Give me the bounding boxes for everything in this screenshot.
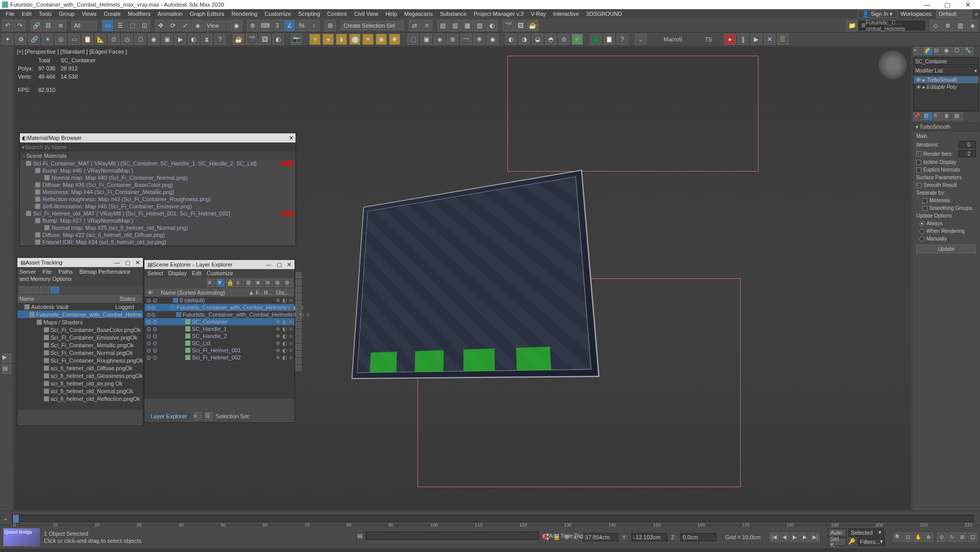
timeline-track[interactable]: 0102030405060708090100110120130140150160… — [12, 515, 974, 522]
se-side-icon[interactable] — [296, 279, 302, 285]
tb2-down-icon[interactable]: ⌄ — [635, 34, 646, 45]
se-tb-icon[interactable]: ⊛ — [284, 279, 292, 287]
nav-icon[interactable]: ⊙ — [937, 533, 946, 542]
ribbon-icon[interactable]: ▥ — [450, 20, 461, 31]
tb2-icon[interactable]: ◐ — [273, 34, 284, 45]
se-eye-header-icon[interactable]: 👁 — [148, 290, 161, 296]
asset-row[interactable]: Maps / Shaders — [17, 318, 143, 326]
tb2-icon[interactable]: ▣ — [421, 34, 432, 45]
layer-explorer-label[interactable]: Layer Explorer — [148, 413, 190, 420]
vray-light-icon[interactable]: ✺ — [389, 34, 400, 45]
se-side-icon[interactable] — [296, 351, 302, 357]
mmb-item[interactable]: Reflection roughness: Map #43 (Sci_Fi_Co… — [20, 196, 296, 203]
se-side-icon[interactable] — [296, 301, 302, 307]
modifier-turbosmooth[interactable]: 👁 ▸TurboSmooth — [914, 76, 978, 83]
smoothing-groups-check[interactable] — [922, 206, 927, 211]
render-iters-check[interactable] — [916, 151, 921, 156]
macro-label[interactable]: Macro9 — [653, 36, 693, 42]
ortho-icon[interactable]: ⊞ — [325, 20, 336, 31]
menu-rendering[interactable]: Rendering — [228, 11, 261, 17]
menu-v-ray[interactable]: V-Ray — [527, 11, 550, 17]
rollout-turbosmooth[interactable]: ▾ TurboSmooth — [913, 123, 979, 131]
show-end-icon[interactable]: ⊟ — [923, 112, 933, 121]
se-side-icon[interactable] — [296, 365, 302, 371]
named-selset-dropdown[interactable]: Create Selection Set — [341, 21, 404, 30]
mat-editor-icon[interactable]: ◐ — [486, 20, 498, 31]
tb2-icon[interactable]: ◒ — [532, 34, 543, 45]
tb2-play-icon[interactable]: ▶ — [751, 34, 762, 45]
tb2-icon[interactable]: ◈ — [434, 34, 445, 45]
config-icon[interactable]: ▤ — [954, 112, 963, 121]
explorer-icon[interactable]: ▥ — [954, 20, 966, 31]
vray-light-icon[interactable]: ◉ — [376, 34, 387, 45]
unique-icon[interactable]: ⎘ — [934, 112, 943, 121]
menu-scripting[interactable]: Scripting — [295, 11, 324, 17]
se-side-icon[interactable] — [296, 337, 302, 343]
refcoord-dropdown[interactable]: View — [204, 21, 230, 30]
hierarchy-tab-icon[interactable]: ⊟ — [934, 47, 943, 55]
when-rendering-radio[interactable] — [919, 229, 924, 234]
menu-content[interactable]: Content — [324, 11, 351, 17]
key-icon[interactable]: 🔑 — [848, 538, 855, 545]
tb2-icon[interactable]: ⚙ — [15, 34, 27, 45]
asset-row[interactable]: sci_fi_helmet_old_ior.pngOk — [17, 379, 143, 387]
asset-row[interactable]: Sci_Fi_Container_Emissive.pngOk — [17, 333, 143, 341]
asset-row[interactable]: sci_fi_helmet_old_Normal.pngOk — [17, 387, 143, 395]
tb2-icon[interactable]: ⊕ — [447, 34, 458, 45]
nav-icon[interactable]: 🔍 — [893, 533, 902, 542]
mmb-item[interactable]: Normal map: Map #40 (Sci_Fi_Container_No… — [20, 174, 296, 181]
vray-light-icon[interactable]: ◗ — [336, 34, 347, 45]
nav-icon[interactable]: ⊞ — [958, 533, 967, 542]
tb2-icon[interactable]: ◎ — [55, 34, 66, 45]
material-map-browser[interactable]: ◐ Material/Map Browser ✕ ▾ Search by Nam… — [19, 133, 296, 246]
keyboard-icon[interactable]: ⌨ — [259, 20, 271, 31]
gutter-script-icon[interactable]: ▤ — [2, 365, 11, 374]
scene-node[interactable]: ⊙⊙SC_Container❄◐≡ — [144, 318, 295, 325]
menu-megascans[interactable]: Megascans — [401, 11, 436, 17]
placement-icon[interactable]: ◈ — [192, 20, 203, 31]
at-minimize-icon[interactable]: — — [114, 259, 120, 266]
render-iters-spinner[interactable]: 2 — [959, 150, 976, 157]
at-tb-icon[interactable] — [40, 286, 49, 294]
vray-light-icon[interactable]: ✦ — [362, 34, 374, 45]
maximize-button[interactable]: ▢ — [937, 1, 958, 9]
tb2-icon[interactable]: 🖼 — [259, 34, 271, 45]
scene-node[interactable]: ⊙⊙Sci_Fi_Helmet_001❄◐≡ — [144, 347, 295, 354]
gutter-expand-icon[interactable]: ▶ — [2, 353, 11, 363]
menu-edit[interactable]: Edit — [18, 11, 35, 17]
scene-node[interactable]: ⊙⊙SC_Handle_2❄◐≡ — [144, 332, 295, 340]
next-frame-icon[interactable]: ▶ — [800, 533, 810, 542]
timeline[interactable]: ⫠ 01020304050607080901001101201301401501… — [0, 511, 980, 525]
tb2-rec-icon[interactable]: ● — [724, 34, 736, 45]
se-tb-icon[interactable]: ≡ — [236, 279, 244, 287]
at-menu-item[interactable]: Bitmap Performance and Memory Options — [19, 269, 131, 282]
tb2-icon[interactable]: 🌲 — [590, 34, 601, 45]
at-menu-item[interactable]: Paths — [58, 269, 72, 275]
mmb-item[interactable]: Bump: Map #27 ( VRayNormalMap ) — [20, 217, 296, 224]
se-footer-icon[interactable]: ☰ — [205, 412, 213, 420]
y-field[interactable]: -12.103cm — [631, 533, 667, 541]
se-tb-filter-icon[interactable]: ▼ — [216, 279, 225, 287]
menu-civil-view[interactable]: Civil View — [351, 11, 382, 17]
menu-substance[interactable]: Substance — [436, 11, 470, 17]
scene-node[interactable]: ⊙⊙0 (default)❄◐≡ — [144, 297, 295, 304]
tb2-icon[interactable]: ◉ — [487, 34, 498, 45]
se-tb-icon[interactable]: ≣ — [246, 279, 254, 287]
tb2-icon[interactable]: ⊘ — [558, 34, 570, 45]
tb2-icon[interactable]: ⬡ — [135, 34, 146, 45]
scene-node[interactable]: ⊙⊙Sci_Fi_Helmet_002❄◐≡ — [144, 354, 295, 361]
at-menu-item[interactable]: Server — [19, 269, 36, 275]
tb2-help-icon[interactable]: ? — [617, 34, 628, 45]
se-col-dis[interactable]: Dis... — [276, 290, 291, 296]
goto-start-icon[interactable]: |◀ — [770, 533, 779, 542]
maxscript-input[interactable] — [365, 532, 539, 540]
tb2-icon[interactable]: 📐 — [95, 34, 106, 45]
mmb-item[interactable]: Sci-Fi_Container_MAT ( VRayMtl ) [SC_Con… — [20, 160, 296, 167]
tb2-icon[interactable]: ◑ — [519, 34, 530, 45]
asset-row[interactable]: sci_fi_helmet_old_Diffuse.pngOk — [17, 364, 143, 372]
scene-open-icon[interactable]: 📁 — [846, 20, 857, 31]
se-tb-lock-icon[interactable]: 🔒 — [226, 279, 234, 287]
move-icon[interactable]: ✥ — [155, 20, 166, 31]
vray-light-icon[interactable]: ● — [323, 34, 334, 45]
asset-row[interactable]: Sci_Fi_Container_Metallic.pngOk — [17, 341, 143, 349]
